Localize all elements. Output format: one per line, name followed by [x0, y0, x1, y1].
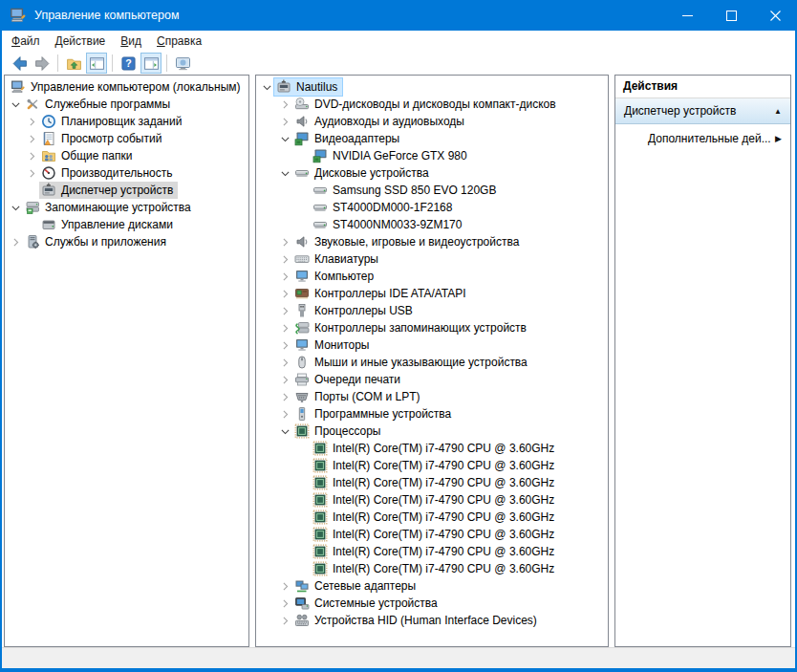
tree-item[interactable]: Intel(R) Core(TM) i7-4790 CPU @ 3.60GHz [256, 560, 608, 577]
tree-item[interactable]: Видеоадаптеры [256, 130, 608, 147]
tree-item-content[interactable]: Контроллеры USB [292, 302, 418, 319]
tree-item-content[interactable]: Intel(R) Core(TM) i7-4790 CPU @ 3.60GHz [311, 543, 559, 560]
chevron-right-icon[interactable] [278, 613, 292, 628]
tree-item-content[interactable]: Программные устройства [292, 405, 456, 423]
tree-item[interactable]: Планировщик заданий [5, 113, 248, 130]
chevron-down-icon[interactable] [9, 200, 23, 215]
chevron-right-icon[interactable] [278, 303, 292, 318]
chevron-right-icon[interactable] [25, 131, 39, 146]
tree-item-content[interactable]: DVD-дисководы и дисководы компакт-дисков [292, 96, 561, 113]
tree-item-content[interactable]: Intel(R) Core(TM) i7-4790 CPU @ 3.60GHz [311, 440, 559, 457]
tree-item-content[interactable]: Служебные программы [23, 96, 175, 113]
tree-item-content[interactable]: Просмотр событий [39, 130, 166, 147]
tree-item[interactable]: Компьютер [256, 268, 608, 285]
menu-item-1[interactable]: Действие [48, 32, 114, 51]
tree-item-content[interactable]: Samsung SSD 850 EVO 120GB [311, 182, 501, 199]
tree-item-content[interactable]: Управление компьютером (локальным) [9, 78, 246, 96]
tree-item[interactable]: Очереди печати [256, 371, 608, 388]
console-tree-toggle-button[interactable] [86, 53, 107, 74]
tree-item-content[interactable]: Устройства HID (Human Interface Devices) [292, 612, 542, 629]
tree-item-content[interactable]: Intel(R) Core(TM) i7-4790 CPU @ 3.60GHz [311, 474, 559, 491]
tree-item-content[interactable]: Системные устройства [292, 595, 442, 612]
tree-item-content[interactable]: Видеоадаптеры [292, 130, 404, 147]
tree-item[interactable]: Samsung SSD 850 EVO 120GB [256, 182, 608, 199]
tree-item-content[interactable]: Службы и приложения [23, 233, 171, 250]
minimize-button[interactable] [665, 0, 709, 31]
tree-item[interactable]: Программные устройства [256, 405, 608, 423]
tree-item[interactable]: Мониторы [256, 336, 608, 354]
chevron-down-icon[interactable] [278, 423, 292, 439]
chevron-right-icon[interactable] [25, 148, 39, 163]
close-button[interactable] [753, 0, 797, 31]
tree-item-content[interactable]: Intel(R) Core(TM) i7-4790 CPU @ 3.60GHz [311, 491, 559, 509]
tree-item-content[interactable]: Intel(R) Core(TM) i7-4790 CPU @ 3.60GHz [311, 509, 559, 526]
tree-item[interactable]: Сетевые адаптеры [256, 577, 608, 595]
chevron-right-icon[interactable] [278, 234, 292, 249]
tree-item-content[interactable]: ST4000DM000-1F2168 [311, 199, 457, 216]
tree-item-content[interactable]: Компьютер [292, 268, 378, 285]
tree-item[interactable]: Контроллеры USB [256, 302, 608, 319]
tree-item[interactable]: Контроллеры запоминающих устройств [256, 319, 608, 336]
tree-item[interactable]: Аудиовходы и аудиовыходы [256, 113, 608, 130]
tree-item-content[interactable]: Производительность [39, 164, 177, 182]
tree-item[interactable]: Дисковые устройства [256, 164, 608, 182]
chevron-right-icon[interactable] [278, 355, 292, 370]
tree-item[interactable]: Служебные программы [5, 96, 248, 113]
menu-item-3[interactable]: Справка [149, 32, 209, 51]
tree-item-content[interactable]: Сетевые адаптеры [292, 577, 420, 595]
tree-item[interactable]: Управление компьютером (локальным) [5, 78, 248, 96]
chevron-right-icon[interactable] [9, 234, 23, 249]
tree-item[interactable]: Intel(R) Core(TM) i7-4790 CPU @ 3.60GHz [256, 509, 608, 526]
menu-item-0[interactable]: Файл [4, 32, 48, 51]
tree-item[interactable]: Производительность [5, 164, 248, 182]
menu-item-2[interactable]: Вид [113, 32, 149, 51]
tree-item-content[interactable]: Порты (COM и LPT) [292, 388, 425, 405]
chevron-right-icon[interactable] [278, 97, 292, 112]
back-button[interactable] [9, 53, 30, 74]
tree-item[interactable]: Мыши и иные указывающие устройства [256, 354, 608, 371]
chevron-right-icon[interactable] [278, 389, 292, 404]
chevron-down-icon[interactable] [278, 131, 292, 146]
tree-item[interactable]: Контроллеры IDE ATA/ATAPI [256, 285, 608, 302]
chevron-right-icon[interactable] [25, 165, 39, 181]
chevron-right-icon[interactable] [278, 372, 292, 387]
help-button[interactable] [118, 53, 139, 74]
chevron-down-icon[interactable] [260, 79, 274, 95]
tree-item[interactable]: Nautilus [256, 78, 608, 96]
tree-item-content[interactable]: Мыши и иные указывающие устройства [292, 354, 532, 371]
tree-item[interactable]: Общие папки [5, 147, 248, 164]
console-window-button[interactable] [172, 53, 193, 74]
maximize-button[interactable] [709, 0, 753, 31]
actions-item-more-actions[interactable]: Дополнительные дей... ▶ [615, 124, 790, 153]
tree-item[interactable]: Системные устройства [256, 595, 608, 612]
collapse-section-icon[interactable]: ▲ [774, 107, 782, 116]
tree-item[interactable]: Звуковые, игровые и видеоустройства [256, 233, 608, 250]
tree-item[interactable]: Запоминающие устройства [5, 199, 248, 216]
tree-item[interactable]: DVD-дисководы и дисководы компакт-дисков [256, 96, 608, 113]
tree-item[interactable]: Управление дисками [5, 216, 248, 233]
tree-item-content[interactable]: Звуковые, игровые и видеоустройства [292, 233, 524, 250]
tree-item[interactable]: Intel(R) Core(TM) i7-4790 CPU @ 3.60GHz [256, 440, 608, 457]
tree-item[interactable]: Процессоры [256, 423, 608, 440]
tree-item-content[interactable]: Общие папки [39, 147, 137, 164]
tree-item-content[interactable]: ST4000NM0033-9ZM170 [311, 216, 466, 233]
tree-item[interactable]: Intel(R) Core(TM) i7-4790 CPU @ 3.60GHz [256, 526, 608, 543]
chevron-right-icon[interactable] [278, 286, 292, 301]
chevron-right-icon[interactable] [25, 114, 39, 129]
tree-item-content[interactable]: Клавиатуры [292, 250, 383, 268]
tree-item[interactable]: Intel(R) Core(TM) i7-4790 CPU @ 3.60GHz [256, 474, 608, 491]
actions-section-device-manager[interactable]: Диспетчер устройств ▲ [615, 98, 790, 124]
chevron-right-icon[interactable] [278, 251, 292, 267]
tree-item-content[interactable]: Контроллеры IDE ATA/ATAPI [292, 285, 471, 302]
tree-item-content[interactable]: Процессоры [292, 423, 386, 440]
tree-item[interactable]: ST4000DM000-1F2168 [256, 199, 608, 216]
up-one-level-button[interactable] [63, 53, 84, 74]
tree-item-content[interactable]: Intel(R) Core(TM) i7-4790 CPU @ 3.60GHz [311, 560, 559, 577]
chevron-right-icon[interactable] [278, 320, 292, 336]
chevron-right-icon[interactable] [278, 578, 292, 594]
chevron-down-icon[interactable] [9, 97, 23, 112]
tree-item-content[interactable]: Аудиовходы и аудиовыходы [292, 113, 469, 130]
tree-item-content[interactable]: Планировщик заданий [39, 113, 186, 130]
tree-item-content[interactable]: Контроллеры запоминающих устройств [292, 319, 531, 336]
forward-button[interactable] [32, 53, 53, 74]
